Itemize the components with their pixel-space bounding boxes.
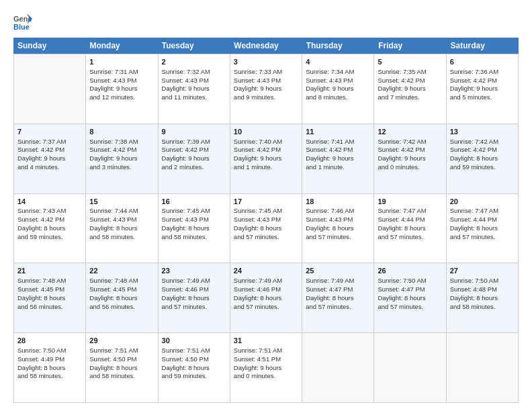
day-info: Sunrise: 7:45 AMSunset: 4:43 PMDaylight:… xyxy=(234,207,282,240)
day-info: Sunrise: 7:46 AMSunset: 4:43 PMDaylight:… xyxy=(306,207,354,240)
calendar-row-4: 28Sunrise: 7:50 AMSunset: 4:49 PMDayligh… xyxy=(14,333,519,403)
day-cell-13: 13Sunrise: 7:42 AMSunset: 4:42 PMDayligh… xyxy=(447,124,519,193)
day-number: 29 xyxy=(89,336,154,346)
day-info: Sunrise: 7:50 AMSunset: 4:49 PMDaylight:… xyxy=(17,347,66,379)
day-cell-5: 5Sunrise: 7:35 AMSunset: 4:42 PMDaylight… xyxy=(374,54,446,124)
day-cell-2: 2Sunrise: 7:32 AMSunset: 4:43 PMDaylight… xyxy=(159,54,230,124)
day-info: Sunrise: 7:36 AMSunset: 4:42 PMDaylight:… xyxy=(450,68,498,101)
day-cell-9: 9Sunrise: 7:39 AMSunset: 4:42 PMDaylight… xyxy=(159,124,230,193)
day-number: 2 xyxy=(162,57,226,67)
day-number: 31 xyxy=(234,336,298,346)
day-number: 3 xyxy=(234,57,298,67)
header-day-sunday: Sunday xyxy=(13,38,85,54)
day-number: 23 xyxy=(162,266,226,276)
day-cell-28: 28Sunrise: 7:50 AMSunset: 4:49 PMDayligh… xyxy=(14,333,86,402)
day-number: 24 xyxy=(234,266,298,276)
day-number: 28 xyxy=(17,336,82,346)
day-cell-19: 19Sunrise: 7:47 AMSunset: 4:44 PMDayligh… xyxy=(374,194,446,263)
day-info: Sunrise: 7:47 AMSunset: 4:44 PMDaylight:… xyxy=(378,207,426,240)
empty-cell-4-6 xyxy=(447,333,519,402)
empty-cell-4-4 xyxy=(302,333,374,402)
day-number: 25 xyxy=(306,266,370,276)
day-cell-18: 18Sunrise: 7:46 AMSunset: 4:43 PMDayligh… xyxy=(302,194,374,263)
calendar-row-1: 7Sunrise: 7:37 AMSunset: 4:42 PMDaylight… xyxy=(14,124,519,194)
day-info: Sunrise: 7:40 AMSunset: 4:42 PMDaylight:… xyxy=(234,138,282,171)
day-info: Sunrise: 7:39 AMSunset: 4:42 PMDaylight:… xyxy=(162,138,210,171)
day-cell-10: 10Sunrise: 7:40 AMSunset: 4:42 PMDayligh… xyxy=(230,124,302,193)
day-cell-12: 12Sunrise: 7:42 AMSunset: 4:42 PMDayligh… xyxy=(374,124,446,193)
day-number: 26 xyxy=(378,266,442,276)
empty-cell-4-5 xyxy=(374,333,446,402)
day-number: 12 xyxy=(378,127,442,137)
day-info: Sunrise: 7:42 AMSunset: 4:42 PMDaylight:… xyxy=(378,138,426,171)
empty-cell-0-0 xyxy=(14,54,86,124)
day-cell-20: 20Sunrise: 7:47 AMSunset: 4:44 PMDayligh… xyxy=(447,194,519,263)
day-cell-23: 23Sunrise: 7:49 AMSunset: 4:46 PMDayligh… xyxy=(159,263,230,332)
day-info: Sunrise: 7:51 AMSunset: 4:51 PMDaylight:… xyxy=(234,347,282,379)
day-info: Sunrise: 7:48 AMSunset: 4:45 PMDaylight:… xyxy=(17,277,66,310)
day-cell-8: 8Sunrise: 7:38 AMSunset: 4:42 PMDaylight… xyxy=(86,124,158,193)
day-info: Sunrise: 7:34 AMSunset: 4:43 PMDaylight:… xyxy=(306,68,354,101)
day-cell-27: 27Sunrise: 7:50 AMSunset: 4:48 PMDayligh… xyxy=(447,263,519,332)
day-number: 21 xyxy=(17,266,82,276)
day-number: 1 xyxy=(89,57,154,67)
day-cell-14: 14Sunrise: 7:43 AMSunset: 4:42 PMDayligh… xyxy=(14,194,86,263)
header-day-friday: Friday xyxy=(374,38,446,54)
day-number: 16 xyxy=(162,197,226,207)
day-cell-6: 6Sunrise: 7:36 AMSunset: 4:42 PMDaylight… xyxy=(447,54,519,124)
header-day-wednesday: Wednesday xyxy=(230,38,302,54)
day-cell-30: 30Sunrise: 7:51 AMSunset: 4:50 PMDayligh… xyxy=(159,333,230,402)
day-cell-21: 21Sunrise: 7:48 AMSunset: 4:45 PMDayligh… xyxy=(14,263,86,332)
day-info: Sunrise: 7:44 AMSunset: 4:43 PMDaylight:… xyxy=(89,207,138,240)
day-cell-29: 29Sunrise: 7:51 AMSunset: 4:50 PMDayligh… xyxy=(86,333,158,402)
day-number: 6 xyxy=(450,57,515,67)
header-day-saturday: Saturday xyxy=(447,38,519,54)
day-number: 15 xyxy=(89,197,154,207)
day-info: Sunrise: 7:41 AMSunset: 4:42 PMDaylight:… xyxy=(306,138,354,171)
day-info: Sunrise: 7:51 AMSunset: 4:50 PMDaylight:… xyxy=(89,347,138,379)
day-number: 22 xyxy=(89,266,154,276)
day-cell-24: 24Sunrise: 7:49 AMSunset: 4:46 PMDayligh… xyxy=(230,263,302,332)
day-number: 27 xyxy=(450,266,515,276)
day-info: Sunrise: 7:32 AMSunset: 4:43 PMDaylight:… xyxy=(162,68,210,101)
day-info: Sunrise: 7:37 AMSunset: 4:42 PMDaylight:… xyxy=(17,138,66,171)
header: General Blue xyxy=(13,12,519,31)
day-info: Sunrise: 7:42 AMSunset: 4:42 PMDaylight:… xyxy=(450,138,498,171)
day-cell-7: 7Sunrise: 7:37 AMSunset: 4:42 PMDaylight… xyxy=(14,124,86,193)
day-info: Sunrise: 7:45 AMSunset: 4:43 PMDaylight:… xyxy=(162,207,210,240)
day-number: 9 xyxy=(162,127,226,137)
day-info: Sunrise: 7:43 AMSunset: 4:42 PMDaylight:… xyxy=(17,207,66,240)
day-number: 17 xyxy=(234,197,298,207)
day-cell-25: 25Sunrise: 7:49 AMSunset: 4:47 PMDayligh… xyxy=(302,263,374,332)
day-info: Sunrise: 7:31 AMSunset: 4:43 PMDaylight:… xyxy=(89,68,138,101)
calendar-row-3: 21Sunrise: 7:48 AMSunset: 4:45 PMDayligh… xyxy=(14,263,519,333)
day-info: Sunrise: 7:51 AMSunset: 4:50 PMDaylight:… xyxy=(162,347,210,379)
day-cell-26: 26Sunrise: 7:50 AMSunset: 4:47 PMDayligh… xyxy=(374,263,446,332)
day-cell-11: 11Sunrise: 7:41 AMSunset: 4:42 PMDayligh… xyxy=(302,124,374,193)
header-day-tuesday: Tuesday xyxy=(158,38,230,54)
day-cell-17: 17Sunrise: 7:45 AMSunset: 4:43 PMDayligh… xyxy=(230,194,302,263)
logo: General Blue xyxy=(13,12,35,31)
day-info: Sunrise: 7:49 AMSunset: 4:46 PMDaylight:… xyxy=(234,277,282,310)
day-number: 7 xyxy=(17,127,82,137)
day-info: Sunrise: 7:48 AMSunset: 4:45 PMDaylight:… xyxy=(89,277,138,310)
day-number: 19 xyxy=(378,197,442,207)
day-info: Sunrise: 7:35 AMSunset: 4:42 PMDaylight:… xyxy=(378,68,426,101)
day-info: Sunrise: 7:47 AMSunset: 4:44 PMDaylight:… xyxy=(450,207,498,240)
day-info: Sunrise: 7:49 AMSunset: 4:46 PMDaylight:… xyxy=(162,277,210,310)
day-number: 13 xyxy=(450,127,515,137)
day-number: 4 xyxy=(306,57,370,67)
header-day-monday: Monday xyxy=(85,38,157,54)
calendar-body: 1Sunrise: 7:31 AMSunset: 4:43 PMDaylight… xyxy=(13,54,519,403)
page: General Blue SundayMondayTuesdayWednesda… xyxy=(0,0,532,411)
day-info: Sunrise: 7:33 AMSunset: 4:43 PMDaylight:… xyxy=(234,68,282,101)
day-number: 20 xyxy=(450,197,515,207)
svg-text:Blue: Blue xyxy=(13,23,30,31)
day-number: 8 xyxy=(89,127,154,137)
calendar-row-0: 1Sunrise: 7:31 AMSunset: 4:43 PMDaylight… xyxy=(14,54,519,124)
day-info: Sunrise: 7:50 AMSunset: 4:47 PMDaylight:… xyxy=(378,277,426,310)
day-cell-15: 15Sunrise: 7:44 AMSunset: 4:43 PMDayligh… xyxy=(86,194,158,263)
calendar-row-2: 14Sunrise: 7:43 AMSunset: 4:42 PMDayligh… xyxy=(14,194,519,264)
day-number: 18 xyxy=(306,197,370,207)
day-cell-31: 31Sunrise: 7:51 AMSunset: 4:51 PMDayligh… xyxy=(230,333,302,402)
